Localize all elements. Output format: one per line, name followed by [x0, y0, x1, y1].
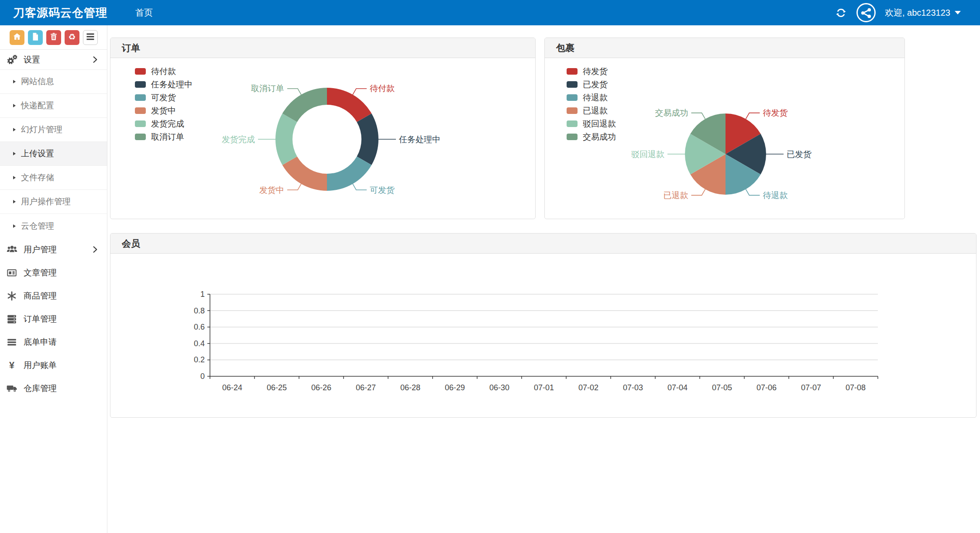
refresh-icon[interactable] — [835, 7, 847, 19]
pie-label: 交易成功 — [655, 108, 688, 117]
caret-right-icon — [13, 104, 16, 107]
avatar[interactable] — [856, 3, 876, 23]
legend-swatch — [135, 68, 146, 75]
quick-recycle-button[interactable]: ♻︎ — [65, 30, 79, 45]
legend-swatch — [135, 107, 146, 114]
packages-panel-title: 包裹 — [545, 38, 904, 58]
legend-label: 交易成功 — [583, 131, 616, 143]
pie-label-line — [353, 89, 367, 95]
sidebar-item[interactable]: 仓库管理 — [0, 377, 107, 400]
legend-swatch — [567, 94, 578, 101]
server-icon — [5, 313, 18, 325]
sidebar-item[interactable]: 订单管理 — [0, 307, 107, 330]
legend-item[interactable]: 待付款 — [135, 67, 193, 76]
sidebar-item[interactable]: 云仓管理 — [0, 214, 107, 238]
legend-item[interactable]: 驳回退款 — [567, 119, 616, 128]
orders-legend: 待付款任务处理中可发货发货中发货完成取消订单 — [135, 67, 193, 141]
navbar-right: 欢迎, abc123123 — [835, 3, 961, 23]
sidebar-item[interactable]: 商品管理 — [0, 284, 107, 307]
y-tick-label: 0.4 — [194, 339, 205, 348]
legend-item[interactable]: 可发货 — [135, 93, 193, 102]
svg-text:¥: ¥ — [9, 360, 14, 371]
sidebar-item-label: 用户账单 — [24, 360, 57, 371]
app: 刀客源码云仓管理 首页 欢迎, abc123123 ♻︎ 设置网站信息快递配置幻… — [0, 0, 980, 533]
legend-label: 发货中 — [151, 105, 176, 117]
legend-item[interactable]: 取消订单 — [135, 132, 193, 141]
sidebar-item[interactable]: 用户管理 — [0, 238, 107, 261]
list-icon — [85, 31, 96, 44]
legend-swatch — [567, 120, 578, 127]
x-tick-label: 07-06 — [756, 383, 777, 392]
sidebar-item[interactable]: 用户操作管理 — [0, 190, 107, 214]
x-tick-label: 07-03 — [623, 383, 643, 392]
pie-label: 待付款 — [370, 84, 395, 93]
legend-label: 已发货 — [583, 79, 608, 90]
pie-slice[interactable] — [357, 113, 378, 165]
legend-swatch — [135, 120, 146, 127]
caret-right-icon — [13, 224, 16, 228]
members-panel-body: 00.20.40.60.8106-2406-2506-2606-2706-280… — [110, 254, 976, 417]
sidebar-item-label: 快递配置 — [21, 100, 54, 111]
sidebar-quick-actions: ♻︎ — [0, 25, 107, 50]
pie-label-line — [287, 89, 301, 95]
quick-list-button[interactable] — [83, 30, 98, 45]
sidebar-item[interactable]: 设置 — [0, 50, 107, 70]
x-tick-label: 07-04 — [667, 383, 688, 392]
sidebar-item-label: 用户操作管理 — [21, 196, 71, 207]
legend-label: 待付款 — [151, 66, 176, 77]
sidebar-item[interactable]: 幻灯片管理 — [0, 118, 107, 142]
sidebar-item-label: 仓库管理 — [24, 383, 57, 394]
sidebar-item[interactable]: 快递配置 — [0, 94, 107, 118]
caret-right-icon — [13, 152, 16, 155]
legend-item[interactable]: 待退款 — [567, 93, 616, 102]
pie-slice[interactable] — [282, 88, 327, 122]
app-title: 刀客源码云仓管理 — [13, 5, 107, 21]
pie-label: 取消订单 — [251, 84, 284, 93]
quick-trash-button[interactable] — [46, 30, 61, 45]
user-dropdown[interactable]: 欢迎, abc123123 — [885, 7, 961, 19]
legend-label: 待退款 — [583, 92, 608, 103]
sidebar-item[interactable]: ¥用户账单 — [0, 354, 107, 377]
x-tick-label: 07-08 — [846, 383, 866, 392]
sidebar-item[interactable]: 底单申请 — [0, 330, 107, 354]
sidebar-item[interactable]: 文件存储 — [0, 166, 107, 190]
pie-slice[interactable] — [275, 113, 297, 165]
legend-item[interactable]: 发货完成 — [135, 119, 193, 128]
pie-slice[interactable] — [327, 88, 371, 122]
legend-item[interactable]: 待发货 — [567, 67, 616, 76]
nav-item-home[interactable]: 首页 — [132, 0, 156, 25]
sidebar-item-label: 文章管理 — [24, 267, 57, 279]
legend-swatch — [135, 94, 146, 101]
sidebar-item[interactable]: 网站信息 — [0, 70, 107, 94]
welcome-text: 欢迎, abc123123 — [885, 7, 950, 19]
quick-home-button[interactable] — [10, 30, 24, 45]
legend-item[interactable]: 任务处理中 — [135, 80, 193, 89]
caret-right-icon — [13, 200, 16, 203]
y-tick-label: 0.8 — [194, 306, 205, 315]
legend-item[interactable]: 交易成功 — [567, 132, 616, 141]
sidebar-item[interactable]: 文章管理 — [0, 261, 107, 284]
users-icon — [5, 244, 18, 255]
pie-label: 发货完成 — [222, 135, 255, 144]
sidebar-item-label: 商品管理 — [24, 290, 57, 302]
sidebar-menu: 设置网站信息快递配置幻灯片管理上传设置文件存储用户操作管理云仓管理用户管理文章管… — [0, 50, 107, 400]
pie-label-line — [287, 184, 301, 190]
home-icon — [12, 32, 22, 43]
sidebar-item-label: 设置 — [24, 54, 40, 65]
x-tick-label: 06-27 — [356, 383, 376, 392]
quick-file-button[interactable] — [28, 30, 43, 45]
legend-item[interactable]: 已发货 — [567, 80, 616, 89]
legend-label: 可发货 — [151, 92, 176, 103]
pie-label: 发货中 — [259, 186, 284, 195]
pie-slice[interactable] — [282, 157, 327, 191]
sidebar-item-label: 上传设置 — [21, 148, 54, 159]
legend-item[interactable]: 已退款 — [567, 106, 616, 115]
sidebar-item-label: 云仓管理 — [21, 220, 54, 232]
y-tick-label: 0 — [200, 372, 205, 381]
legend-item[interactable]: 发货中 — [135, 106, 193, 115]
x-tick-label: 07-07 — [801, 383, 821, 392]
sidebar-item[interactable]: 上传设置 — [0, 142, 107, 166]
trash-icon — [49, 32, 58, 43]
pie-slice[interactable] — [327, 157, 371, 191]
chevron-right-icon — [90, 244, 100, 254]
